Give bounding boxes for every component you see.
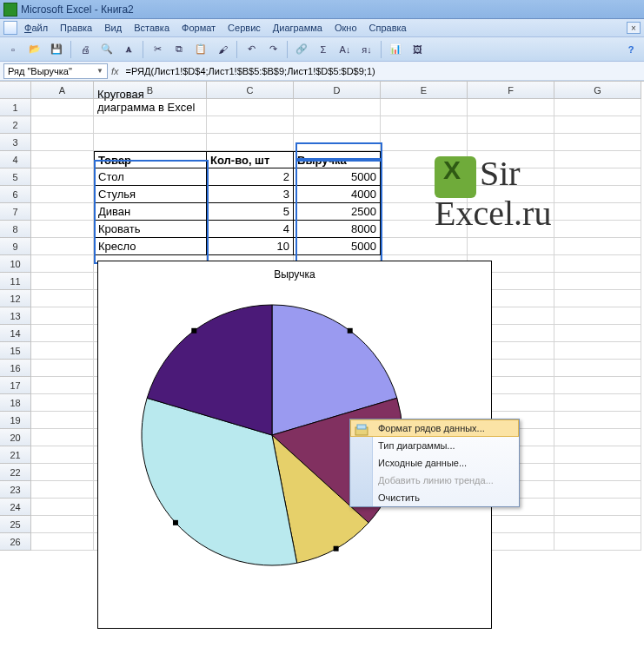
spellcheck-icon[interactable]: ᴀ <box>119 40 138 59</box>
cell[interactable]: 2500 <box>294 203 381 221</box>
cell[interactable] <box>31 499 94 516</box>
cell[interactable] <box>381 116 468 134</box>
cell[interactable] <box>468 134 554 151</box>
row-header[interactable]: 23 <box>0 481 31 499</box>
menu-view[interactable]: Вид <box>99 21 127 35</box>
cell[interactable] <box>554 186 641 203</box>
menu-format[interactable]: Формат <box>176 21 221 35</box>
cell[interactable] <box>554 464 641 481</box>
new-icon[interactable]: ▫ <box>3 40 23 59</box>
cell[interactable] <box>31 203 94 221</box>
cell[interactable]: 2 <box>207 168 294 186</box>
menu-file[interactable]: Файл <box>19 21 53 35</box>
cell[interactable] <box>381 186 468 203</box>
copy-icon[interactable]: ⧉ <box>169 40 189 59</box>
cell[interactable] <box>31 168 94 186</box>
cell[interactable] <box>554 499 641 516</box>
cell[interactable] <box>554 290 641 307</box>
row-header[interactable]: 14 <box>0 325 31 342</box>
row-header[interactable]: 16 <box>0 360 31 377</box>
row-header[interactable]: 26 <box>0 533 31 551</box>
cell[interactable]: Товар <box>94 151 207 168</box>
help-icon[interactable]: ? <box>621 40 641 59</box>
cell[interactable] <box>554 342 641 360</box>
cell[interactable] <box>554 116 641 134</box>
cell[interactable]: 8000 <box>294 221 381 238</box>
cell[interactable]: Диван <box>94 203 207 221</box>
row-header[interactable]: 4 <box>0 151 31 168</box>
menu-insert[interactable]: Вставка <box>129 21 175 35</box>
row-header[interactable]: 25 <box>0 516 31 533</box>
formula-input[interactable] <box>123 65 641 77</box>
row-header[interactable]: 2 <box>0 116 31 134</box>
selection-handle[interactable] <box>334 546 339 551</box>
cell[interactable] <box>31 134 94 151</box>
format-painter-icon[interactable]: 🖌 <box>213 40 232 59</box>
cell[interactable] <box>31 394 94 412</box>
cell[interactable] <box>554 203 641 221</box>
autosum-icon[interactable]: Σ <box>314 40 333 59</box>
col-header[interactable] <box>0 82 31 99</box>
cell[interactable] <box>94 134 207 151</box>
cell[interactable] <box>554 168 641 186</box>
cell[interactable] <box>468 116 554 134</box>
menu-clear[interactable]: Очистить <box>350 489 519 506</box>
drawing-icon[interactable]: 🖼 <box>408 40 427 59</box>
row-header[interactable]: 10 <box>0 255 31 273</box>
cell[interactable] <box>294 99 381 116</box>
cell[interactable] <box>468 203 554 221</box>
cell[interactable] <box>31 377 94 394</box>
cell[interactable] <box>381 203 468 221</box>
row-header[interactable]: 8 <box>0 221 31 238</box>
cell[interactable] <box>468 221 554 238</box>
cell[interactable] <box>381 151 468 168</box>
row-header[interactable]: 17 <box>0 377 31 394</box>
cell[interactable]: 10 <box>207 238 294 255</box>
row-header[interactable]: 9 <box>0 238 31 255</box>
row-header[interactable]: 11 <box>0 273 31 290</box>
menu-help[interactable]: Справка <box>364 21 412 35</box>
open-icon[interactable]: 📂 <box>25 40 44 59</box>
cell[interactable] <box>31 412 94 429</box>
doc-icon[interactable] <box>3 21 17 35</box>
cell[interactable]: 3 <box>207 186 294 203</box>
doc-close-icon[interactable]: × <box>627 22 641 34</box>
chart-wizard-icon[interactable]: 📊 <box>386 40 405 59</box>
menu-service[interactable]: Сервис <box>222 21 266 35</box>
cell[interactable] <box>554 446 641 464</box>
cell[interactable] <box>31 290 94 307</box>
col-header[interactable]: F <box>468 82 554 99</box>
cell[interactable] <box>554 99 641 116</box>
cell[interactable] <box>31 221 94 238</box>
fx-icon[interactable]: fx <box>111 66 119 76</box>
cell[interactable] <box>381 238 468 255</box>
redo-icon[interactable]: ↷ <box>263 40 282 59</box>
paste-icon[interactable]: 📋 <box>191 40 210 59</box>
menu-edit[interactable]: Правка <box>55 21 97 35</box>
cell[interactable] <box>381 99 468 116</box>
cell[interactable] <box>381 168 468 186</box>
cell[interactable]: 5000 <box>294 238 381 255</box>
col-header[interactable]: C <box>207 82 294 99</box>
cell[interactable] <box>554 377 641 394</box>
cell[interactable] <box>31 446 94 464</box>
cell[interactable]: Кресло <box>94 238 207 255</box>
col-header[interactable]: E <box>381 82 468 99</box>
cell[interactable] <box>31 238 94 255</box>
row-header[interactable]: 18 <box>0 394 31 412</box>
chevron-down-icon[interactable]: ▼ <box>96 67 103 75</box>
cell[interactable] <box>31 342 94 360</box>
cell[interactable] <box>207 134 294 151</box>
cell[interactable] <box>31 360 94 377</box>
row-header[interactable]: 6 <box>0 186 31 203</box>
cell[interactable] <box>554 221 641 238</box>
cell[interactable] <box>31 481 94 499</box>
selection-handle[interactable] <box>348 328 353 334</box>
cell[interactable] <box>468 99 554 116</box>
cell[interactable]: 5 <box>207 203 294 221</box>
cell[interactable] <box>31 116 94 134</box>
row-header[interactable]: 7 <box>0 203 31 221</box>
cell[interactable] <box>554 151 641 168</box>
cell[interactable] <box>294 116 381 134</box>
cell[interactable] <box>207 116 294 134</box>
